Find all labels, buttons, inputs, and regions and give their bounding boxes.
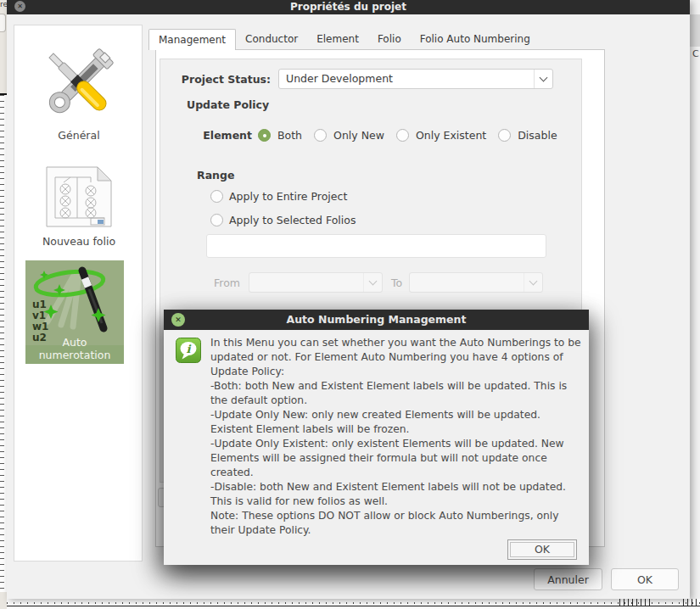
from-select[interactable] (249, 272, 383, 293)
radio-icon[interactable] (314, 129, 327, 142)
background-app-bottom-edge (7, 599, 700, 609)
cancel-button[interactable]: Annuler (534, 568, 602, 590)
background-line (7, 606, 700, 606)
modal-title: Auto Numbering Management (164, 310, 589, 330)
dialog-titlebar[interactable]: ✕ Propriétés du projet (7, 0, 690, 14)
radio-option-only-new[interactable]: Only New (314, 129, 384, 142)
chevron-down-icon (524, 273, 542, 292)
from-label: From (214, 277, 240, 289)
project-status-row: Project Status: Under Development (160, 69, 581, 89)
radio-icon[interactable] (396, 129, 409, 142)
background-grid-ticks (619, 599, 650, 606)
project-status-value: Under Development (279, 70, 534, 88)
radio-option-disable[interactable]: Disable (498, 129, 557, 142)
background-grid-ticks (683, 599, 700, 606)
to-select[interactable] (409, 272, 543, 293)
background-app-right-edge: C (690, 0, 700, 609)
to-label: To (391, 277, 402, 289)
radio-icon[interactable] (498, 129, 511, 142)
project-status-label: Project Status: (160, 73, 271, 86)
modal-ok-label: OK (510, 542, 574, 557)
background-tab-notch (0, 14, 6, 32)
sidebar-item-auto-numbering[interactable]: u1 v1 w1 u2 Auto numerotation (25, 260, 124, 364)
tab-bar: Management Conductor Element Folio Folio… (148, 29, 540, 50)
background-text-fragment-right: C (692, 48, 699, 59)
info-icon: i (176, 338, 201, 363)
sidebar-item-new-folio[interactable]: Nouveau folio (14, 164, 143, 248)
tools-icon (38, 42, 120, 124)
range-label: Range (197, 169, 234, 182)
radio-icon[interactable] (258, 129, 271, 142)
sidebar-item-label: Nouveau folio (14, 235, 143, 248)
background-app-left-edge: re (0, 0, 7, 609)
ok-button[interactable]: OK (611, 568, 679, 590)
element-policy-row: Element Both Only New Only Existent (160, 127, 581, 143)
radio-option-entire-project[interactable]: Apply to Entire Project (210, 188, 347, 204)
modal-message: In this Menu you can set whether you wan… (210, 336, 582, 538)
tab-element[interactable]: Element (307, 29, 368, 50)
update-policy-label: Update Policy (187, 98, 269, 111)
from-value (249, 273, 363, 292)
modal-ok-button[interactable]: OK (507, 539, 577, 560)
sidebar-item-label: Général (14, 129, 143, 142)
folio-document-icon (43, 164, 115, 230)
background-dotted-ruler (7, 602, 700, 604)
screen: re C ✕ Propriétés du projet (0, 0, 700, 609)
radio-option-only-existent[interactable]: Only Existent (396, 129, 486, 142)
close-icon[interactable]: ✕ (171, 313, 185, 327)
radio-option-both[interactable]: Both (258, 129, 302, 142)
close-icon[interactable]: ✕ (14, 1, 25, 12)
magic-wand-icon: u1 v1 w1 u2 (25, 260, 124, 345)
to-value (410, 273, 524, 292)
auto-numbering-management-modal: ✕ Auto Numbering Management i In this Me… (164, 310, 589, 565)
modal-titlebar[interactable]: ✕ Auto Numbering Management (164, 310, 589, 330)
chevron-down-icon (363, 273, 382, 292)
element-label: Element (160, 129, 252, 142)
background-shade (690, 14, 700, 47)
sidebar-item-label: Auto numerotation (25, 336, 124, 361)
radio-icon[interactable] (210, 214, 223, 226)
dialog-title: Propriétés du projet (7, 0, 690, 14)
tab-folio-auto-numbering[interactable]: Folio Auto Numbering (411, 29, 540, 50)
sidebar: Général (14, 25, 143, 562)
background-ruler (0, 93, 7, 592)
project-status-select[interactable]: Under Development (278, 69, 553, 89)
radio-option-selected-folios[interactable]: Apply to Selected Folios (210, 212, 356, 228)
from-to-row: From To (160, 272, 581, 293)
tab-conductor[interactable]: Conductor (236, 29, 307, 50)
chevron-down-icon[interactable] (534, 70, 552, 88)
tab-folio[interactable]: Folio (368, 29, 411, 50)
folio-list-input[interactable] (206, 234, 546, 258)
sidebar-item-general[interactable]: Général (14, 42, 143, 142)
tab-management[interactable]: Management (148, 29, 236, 50)
radio-icon[interactable] (210, 190, 223, 203)
